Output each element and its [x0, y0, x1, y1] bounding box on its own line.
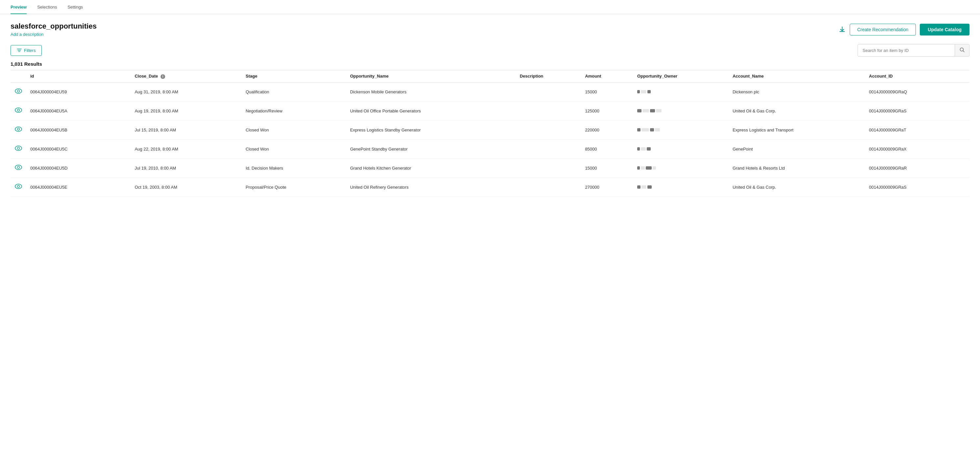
data-table: id Close_Date i Stage Opportunity_Name D…: [11, 70, 969, 197]
cell-id: 0064J000004EU5C: [26, 140, 130, 159]
cell-stage: Negotiation/Review: [242, 101, 346, 120]
tab-settings[interactable]: Settings: [67, 0, 83, 14]
cell-close-date: Oct 19, 2003, 8:00 AM: [130, 178, 242, 197]
cell-account-id: 0014J000009GRaX: [865, 140, 969, 159]
eye-cell: [11, 82, 26, 101]
cell-description: [516, 178, 581, 197]
page-header: salesforce_opportunities Add a descripti…: [0, 14, 980, 38]
table-header-row: id Close_Date i Stage Opportunity_Name D…: [11, 70, 969, 82]
svg-point-5: [15, 89, 22, 94]
eye-cell: [11, 140, 26, 159]
cell-close-date: Aug 31, 2019, 8:00 AM: [130, 82, 242, 101]
table-wrapper: id Close_Date i Stage Opportunity_Name D…: [0, 70, 980, 197]
eye-cell: [11, 178, 26, 197]
cell-account-id: 0014J000009GRaT: [865, 120, 969, 140]
svg-point-11: [15, 146, 22, 151]
svg-point-8: [18, 109, 20, 111]
owner-bars: [637, 186, 725, 189]
cell-amount: 85000: [581, 140, 633, 159]
cell-opportunity-name: Grand Hotels Kitchen Generator: [346, 159, 516, 178]
owner-bars: [637, 90, 725, 94]
cell-amount: 15000: [581, 159, 633, 178]
cell-id: 0064J000004EU5A: [26, 101, 130, 120]
svg-point-9: [15, 127, 22, 132]
svg-point-13: [15, 165, 22, 170]
cell-account-name: Grand Hotels & Resorts Ltd: [729, 159, 865, 178]
cell-amount: 15000: [581, 82, 633, 101]
cell-account-name: Dickenson plc: [729, 82, 865, 101]
cell-amount: 270000: [581, 178, 633, 197]
cell-account-name: GenePoint: [729, 140, 865, 159]
filters-button[interactable]: Filters: [11, 45, 42, 56]
view-icon[interactable]: [15, 108, 22, 114]
cell-opportunity-name: United Oil Refinery Generators: [346, 178, 516, 197]
svg-point-15: [15, 184, 22, 189]
svg-point-7: [15, 108, 22, 113]
eye-cell: [11, 159, 26, 178]
tab-selections[interactable]: Selections: [37, 0, 57, 14]
col-header-description: Description: [516, 70, 581, 82]
cell-description: [516, 120, 581, 140]
search-input[interactable]: [858, 45, 955, 56]
cell-close-date: Jul 19, 2010, 8:00 AM: [130, 159, 242, 178]
description-link[interactable]: Add a description: [11, 32, 97, 37]
cell-stage: Closed Won: [242, 120, 346, 140]
cell-account-name: United Oil & Gas Corp.: [729, 101, 865, 120]
table-row: 0064J000004EU5EOct 19, 2003, 8:00 AMProp…: [11, 178, 969, 197]
cell-description: [516, 82, 581, 101]
view-icon[interactable]: [15, 184, 22, 190]
table-row: 0064J000004EU59Aug 31, 2019, 8:00 AMQual…: [11, 82, 969, 101]
cell-description: [516, 140, 581, 159]
header-right: Create Recommendation Update Catalog: [838, 24, 969, 35]
col-header-id: id: [26, 70, 130, 82]
cell-opportunity-owner: [633, 101, 729, 120]
create-recommendation-button[interactable]: Create Recommendation: [850, 24, 916, 35]
cell-account-id: 0014J000009GRaQ: [865, 82, 969, 101]
download-button[interactable]: [838, 26, 846, 33]
cell-id: 0064J000004EU5D: [26, 159, 130, 178]
cell-opportunity-name: Express Logistics Standby Generator: [346, 120, 516, 140]
update-catalog-button[interactable]: Update Catalog: [920, 24, 969, 35]
cell-opportunity-name: Dickenson Mobile Generators: [346, 82, 516, 101]
cell-account-id: 0014J000009GRaS: [865, 178, 969, 197]
owner-bars: [637, 109, 725, 113]
owner-bars: [637, 147, 725, 151]
cell-account-name: Express Logistics and Transport: [729, 120, 865, 140]
toolbar: Filters: [0, 38, 980, 60]
cell-id: 0064J000004EU5E: [26, 178, 130, 197]
cell-description: [516, 159, 581, 178]
close-date-info-icon[interactable]: i: [161, 74, 165, 79]
cell-stage: Proposal/Price Quote: [242, 178, 346, 197]
search-icon: [959, 48, 964, 52]
svg-line-4: [963, 51, 964, 52]
cell-close-date: Aug 19, 2019, 8:00 AM: [130, 101, 242, 120]
results-count: 1,031 Results: [0, 60, 980, 70]
owner-bars: [637, 166, 725, 170]
eye-cell: [11, 101, 26, 120]
col-header-close-date: Close_Date i: [130, 70, 242, 82]
cell-account-id: 0014J000009GRaS: [865, 101, 969, 120]
svg-point-12: [18, 147, 20, 149]
view-icon[interactable]: [15, 146, 22, 152]
view-icon[interactable]: [15, 127, 22, 133]
svg-point-14: [18, 166, 20, 168]
cell-amount: 220000: [581, 120, 633, 140]
tabs-bar: Preview Selections Settings: [0, 0, 980, 14]
col-header-stage: Stage: [242, 70, 346, 82]
filters-label: Filters: [24, 48, 35, 53]
cell-id: 0064J000004EU59: [26, 82, 130, 101]
cell-opportunity-owner: [633, 140, 729, 159]
col-header-opportunity-owner: Opportunity_Owner: [633, 70, 729, 82]
svg-point-16: [18, 185, 20, 187]
cell-account-name: United Oil & Gas Corp.: [729, 178, 865, 197]
view-icon[interactable]: [15, 89, 22, 95]
eye-cell: [11, 120, 26, 140]
cell-opportunity-owner: [633, 178, 729, 197]
cell-opportunity-owner: [633, 82, 729, 101]
tab-preview[interactable]: Preview: [11, 0, 27, 14]
cell-description: [516, 101, 581, 120]
search-button[interactable]: [955, 44, 969, 56]
view-icon[interactable]: [15, 165, 22, 171]
cell-opportunity-owner: [633, 120, 729, 140]
col-header-account-name: Account_Name: [729, 70, 865, 82]
